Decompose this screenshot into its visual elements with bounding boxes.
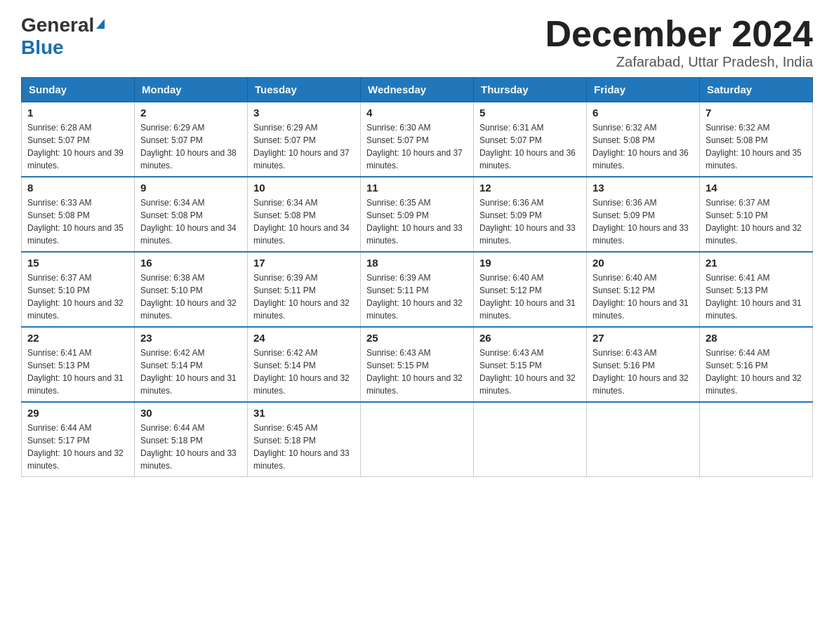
day-number: 6 — [593, 107, 694, 119]
day-info: Sunrise: 6:37 AMSunset: 5:10 PMDaylight:… — [27, 273, 124, 321]
col-saturday: Saturday — [700, 78, 813, 102]
day-info: Sunrise: 6:44 AMSunset: 5:16 PMDaylight:… — [706, 348, 802, 396]
day-info: Sunrise: 6:36 AMSunset: 5:09 PMDaylight:… — [593, 198, 689, 246]
day-info: Sunrise: 6:31 AMSunset: 5:07 PMDaylight:… — [479, 123, 576, 170]
day-number: 7 — [706, 107, 807, 119]
calendar-cell: 13 Sunrise: 6:36 AMSunset: 5:09 PMDaylig… — [587, 177, 700, 252]
day-number: 24 — [253, 332, 355, 344]
col-wednesday: Wednesday — [361, 78, 474, 102]
logo-triangle — [96, 19, 105, 29]
day-info: Sunrise: 6:37 AMSunset: 5:10 PMDaylight:… — [706, 198, 802, 246]
week-row-1: 1 Sunrise: 6:28 AMSunset: 5:07 PMDayligh… — [22, 102, 813, 177]
day-number: 8 — [27, 182, 128, 194]
calendar-cell: 6 Sunrise: 6:32 AMSunset: 5:08 PMDayligh… — [587, 102, 700, 177]
day-number: 27 — [593, 332, 694, 344]
day-number: 20 — [593, 257, 694, 269]
day-info: Sunrise: 6:45 AMSunset: 5:18 PMDaylight:… — [253, 423, 350, 471]
day-info: Sunrise: 6:32 AMSunset: 5:08 PMDaylight:… — [593, 123, 689, 170]
day-number: 10 — [253, 182, 355, 194]
calendar-cell: 29 Sunrise: 6:44 AMSunset: 5:17 PMDaylig… — [22, 402, 135, 477]
col-thursday: Thursday — [474, 78, 587, 102]
day-number: 15 — [27, 257, 128, 269]
day-number: 3 — [253, 107, 355, 119]
day-info: Sunrise: 6:33 AMSunset: 5:08 PMDaylight:… — [27, 198, 124, 246]
calendar-cell: 15 Sunrise: 6:37 AMSunset: 5:10 PMDaylig… — [22, 252, 135, 327]
calendar-cell: 1 Sunrise: 6:28 AMSunset: 5:07 PMDayligh… — [22, 102, 135, 177]
calendar-cell: 31 Sunrise: 6:45 AMSunset: 5:18 PMDaylig… — [248, 402, 361, 477]
location: Zafarabad, Uttar Pradesh, India — [545, 54, 813, 70]
calendar-cell: 20 Sunrise: 6:40 AMSunset: 5:12 PMDaylig… — [587, 252, 700, 327]
day-number: 4 — [366, 107, 468, 119]
calendar-cell — [474, 402, 587, 477]
calendar-cell: 3 Sunrise: 6:29 AMSunset: 5:07 PMDayligh… — [248, 102, 361, 177]
month-title: December 2024 — [545, 14, 813, 54]
calendar-cell: 12 Sunrise: 6:36 AMSunset: 5:09 PMDaylig… — [474, 177, 587, 252]
week-row-3: 15 Sunrise: 6:37 AMSunset: 5:10 PMDaylig… — [22, 252, 813, 327]
day-info: Sunrise: 6:44 AMSunset: 5:18 PMDaylight:… — [140, 423, 237, 471]
day-number: 28 — [706, 332, 807, 344]
day-info: Sunrise: 6:43 AMSunset: 5:15 PMDaylight:… — [366, 348, 463, 396]
day-info: Sunrise: 6:39 AMSunset: 5:11 PMDaylight:… — [253, 273, 350, 321]
calendar-cell: 24 Sunrise: 6:42 AMSunset: 5:14 PMDaylig… — [248, 327, 361, 402]
calendar-cell: 21 Sunrise: 6:41 AMSunset: 5:13 PMDaylig… — [700, 252, 813, 327]
calendar-header-row: Sunday Monday Tuesday Wednesday Thursday… — [22, 78, 813, 102]
title-block: December 2024 Zafarabad, Uttar Pradesh, … — [545, 14, 813, 70]
day-info: Sunrise: 6:32 AMSunset: 5:08 PMDaylight:… — [706, 123, 802, 170]
day-info: Sunrise: 6:29 AMSunset: 5:07 PMDaylight:… — [140, 123, 237, 170]
col-monday: Monday — [135, 78, 248, 102]
day-info: Sunrise: 6:44 AMSunset: 5:17 PMDaylight:… — [27, 423, 124, 471]
day-number: 29 — [27, 407, 128, 419]
day-info: Sunrise: 6:34 AMSunset: 5:08 PMDaylight:… — [140, 198, 237, 246]
col-tuesday: Tuesday — [248, 78, 361, 102]
day-number: 31 — [253, 407, 355, 419]
calendar-cell: 11 Sunrise: 6:35 AMSunset: 5:09 PMDaylig… — [361, 177, 474, 252]
week-row-4: 22 Sunrise: 6:41 AMSunset: 5:13 PMDaylig… — [22, 327, 813, 402]
day-number: 2 — [140, 107, 241, 119]
calendar-cell: 8 Sunrise: 6:33 AMSunset: 5:08 PMDayligh… — [22, 177, 135, 252]
calendar-cell — [700, 402, 813, 477]
calendar-cell: 17 Sunrise: 6:39 AMSunset: 5:11 PMDaylig… — [248, 252, 361, 327]
calendar-cell: 5 Sunrise: 6:31 AMSunset: 5:07 PMDayligh… — [474, 102, 587, 177]
day-number: 19 — [479, 257, 581, 269]
day-info: Sunrise: 6:43 AMSunset: 5:15 PMDaylight:… — [479, 348, 576, 396]
col-friday: Friday — [587, 78, 700, 102]
calendar-cell: 10 Sunrise: 6:34 AMSunset: 5:08 PMDaylig… — [248, 177, 361, 252]
col-sunday: Sunday — [22, 78, 135, 102]
calendar-cell: 22 Sunrise: 6:41 AMSunset: 5:13 PMDaylig… — [22, 327, 135, 402]
day-info: Sunrise: 6:41 AMSunset: 5:13 PMDaylight:… — [706, 273, 802, 321]
day-info: Sunrise: 6:38 AMSunset: 5:10 PMDaylight:… — [140, 273, 237, 321]
day-number: 11 — [366, 182, 468, 194]
calendar-cell: 30 Sunrise: 6:44 AMSunset: 5:18 PMDaylig… — [135, 402, 248, 477]
day-number: 12 — [479, 182, 581, 194]
day-number: 16 — [140, 257, 241, 269]
calendar-cell: 23 Sunrise: 6:42 AMSunset: 5:14 PMDaylig… — [135, 327, 248, 402]
day-info: Sunrise: 6:41 AMSunset: 5:13 PMDaylight:… — [27, 348, 124, 396]
day-number: 17 — [253, 257, 355, 269]
calendar-cell: 27 Sunrise: 6:43 AMSunset: 5:16 PMDaylig… — [587, 327, 700, 402]
week-row-5: 29 Sunrise: 6:44 AMSunset: 5:17 PMDaylig… — [22, 402, 813, 477]
day-number: 14 — [706, 182, 807, 194]
day-info: Sunrise: 6:40 AMSunset: 5:12 PMDaylight:… — [593, 273, 689, 321]
day-info: Sunrise: 6:28 AMSunset: 5:07 PMDaylight:… — [27, 123, 124, 170]
day-number: 25 — [366, 332, 468, 344]
day-number: 22 — [27, 332, 128, 344]
day-info: Sunrise: 6:30 AMSunset: 5:07 PMDaylight:… — [366, 123, 463, 170]
calendar-cell: 4 Sunrise: 6:30 AMSunset: 5:07 PMDayligh… — [361, 102, 474, 177]
day-info: Sunrise: 6:42 AMSunset: 5:14 PMDaylight:… — [140, 348, 237, 396]
calendar-cell: 28 Sunrise: 6:44 AMSunset: 5:16 PMDaylig… — [700, 327, 813, 402]
day-info: Sunrise: 6:43 AMSunset: 5:16 PMDaylight:… — [593, 348, 689, 396]
day-number: 5 — [479, 107, 581, 119]
day-info: Sunrise: 6:40 AMSunset: 5:12 PMDaylight:… — [479, 273, 576, 321]
day-info: Sunrise: 6:29 AMSunset: 5:07 PMDaylight:… — [253, 123, 350, 170]
logo: General Blue — [21, 14, 105, 59]
week-row-2: 8 Sunrise: 6:33 AMSunset: 5:08 PMDayligh… — [22, 177, 813, 252]
day-info: Sunrise: 6:35 AMSunset: 5:09 PMDaylight:… — [366, 198, 463, 246]
calendar-cell: 25 Sunrise: 6:43 AMSunset: 5:15 PMDaylig… — [361, 327, 474, 402]
day-number: 21 — [706, 257, 807, 269]
day-number: 18 — [366, 257, 468, 269]
calendar-cell — [587, 402, 700, 477]
calendar-cell — [361, 402, 474, 477]
calendar-cell: 16 Sunrise: 6:38 AMSunset: 5:10 PMDaylig… — [135, 252, 248, 327]
day-number: 13 — [593, 182, 694, 194]
day-info: Sunrise: 6:39 AMSunset: 5:11 PMDaylight:… — [366, 273, 463, 321]
